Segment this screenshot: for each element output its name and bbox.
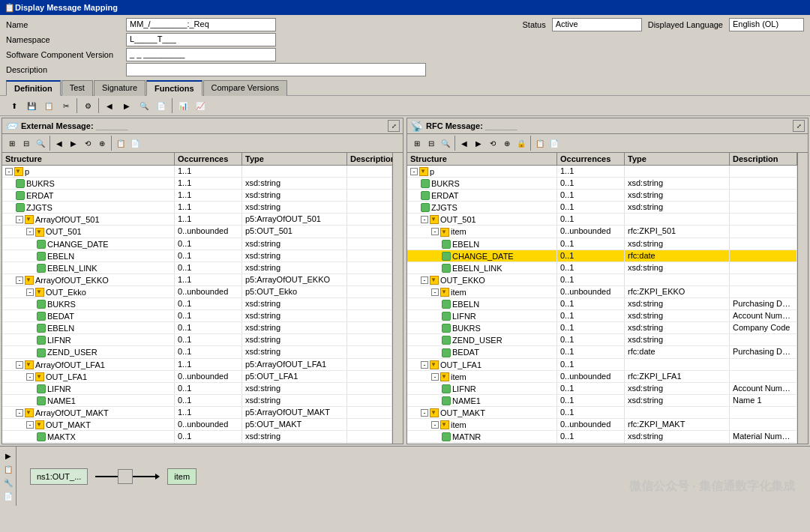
table-row[interactable]: EBELN 0..1 xsd:string bbox=[2, 322, 392, 334]
table-row[interactable]: -▼p 1..1 bbox=[2, 166, 392, 178]
right-tb-4[interactable]: ◀ bbox=[458, 136, 471, 150]
table-row[interactable]: -▼OUT_LFA1 0..1 bbox=[407, 359, 797, 371]
right-expand-btn[interactable]: ⤢ bbox=[793, 120, 805, 132]
toolbar-btn-4[interactable]: ✂ bbox=[58, 97, 74, 114]
table-row[interactable]: -▼item 0..unbounded rfc:ZKPI_EKKO bbox=[407, 286, 797, 298]
table-row[interactable]: BEDAT 0..1 xsd:string bbox=[2, 310, 392, 322]
right-tb-9[interactable]: 📋 bbox=[533, 136, 547, 150]
left-tb-1[interactable]: ⊞ bbox=[5, 136, 19, 150]
table-row[interactable]: MAKTX 0..1 xsd:string bbox=[2, 431, 392, 443]
table-row[interactable]: LIFNR 0..1 xsd:string Account Number of … bbox=[407, 310, 797, 322]
table-row[interactable]: MATNR 0..1 xsd:string bbox=[2, 443, 392, 444]
table-row[interactable]: -▼item 0..unbounded rfc:ZKPI_MAKT bbox=[407, 419, 797, 431]
table-row[interactable]: EBELN_LINK 0..1 xsd:string bbox=[2, 262, 392, 274]
table-row[interactable]: EBELN 0..1 xsd:string Purchasing Documen… bbox=[407, 298, 797, 310]
table-row[interactable]: LIFNR 0..1 xsd:string bbox=[2, 334, 392, 346]
table-row[interactable]: NAME1 0..1 xsd:string bbox=[2, 395, 392, 407]
table-row[interactable]: -▼OUT_501 0..unbounded p5:OUT_501 bbox=[2, 226, 392, 238]
toolbar-btn-5[interactable]: ⚙ bbox=[80, 97, 96, 114]
table-row[interactable]: -▼ArrayOfOUT_501 1..1 p5:ArrayOfOUT_501 bbox=[2, 214, 392, 226]
bottom-tb-1[interactable]: ▶ bbox=[2, 450, 15, 462]
tab-signature[interactable]: Signature bbox=[94, 80, 146, 96]
right-tb-6[interactable]: ⟲ bbox=[486, 136, 500, 150]
right-tb-10[interactable]: 📄 bbox=[548, 136, 561, 150]
left-tb-5[interactable]: ▶ bbox=[67, 136, 80, 150]
table-row[interactable]: ERDAT 1..1 xsd:string bbox=[2, 190, 392, 202]
tab-definition[interactable]: Definition bbox=[6, 80, 61, 96]
left-tb-3[interactable]: 🔍 bbox=[34, 136, 47, 150]
table-row[interactable]: -▼OUT_MAKT 0..unbounded p5:OUT_MAKT bbox=[2, 419, 392, 431]
left-panel-toolbar: ⊞ ⊟ 🔍 ◀ ▶ ⟲ ⊕ 📋 📄 bbox=[2, 134, 403, 153]
toolbar-btn-3[interactable]: 📋 bbox=[40, 97, 57, 114]
table-row[interactable]: ZJGTS 0..1 xsd:string bbox=[407, 202, 797, 214]
table-row[interactable]: BEDAT 0..1 rfc:date Purchasing Document … bbox=[407, 346, 797, 358]
tab-functions[interactable]: Functions bbox=[146, 80, 202, 96]
right-tb-3[interactable]: 🔍 bbox=[439, 136, 452, 150]
left-tb-4[interactable]: ◀ bbox=[52, 136, 66, 150]
left-expand-btn[interactable]: ⤢ bbox=[388, 120, 400, 132]
right-tree-table[interactable]: Structure Occurrences Type Description -… bbox=[407, 153, 797, 444]
table-row[interactable]: CHANGE_DATE 0..1 xsd:string bbox=[2, 238, 392, 250]
right-tb-7[interactable]: ⊕ bbox=[500, 136, 514, 150]
table-row[interactable]: -▼OUT_Ekko 0..unbounded p5:OUT_Ekko bbox=[2, 286, 392, 298]
table-row[interactable]: -▼ArrayOfOUT_EKKO 1..1 p5:ArrayOfOUT_EKK… bbox=[2, 274, 392, 286]
table-row[interactable]: -▼ArrayOfOUT_LFA1 1..1 p5:ArrayOfOUT_LFA… bbox=[2, 359, 392, 371]
table-row[interactable]: ZJGTS 1..1 xsd:string bbox=[2, 202, 392, 214]
left-tb-6[interactable]: ⟲ bbox=[81, 136, 94, 150]
table-row[interactable]: CHANGE_DATE 0..1 rfc:date bbox=[407, 250, 797, 262]
software-value: _ _ _________ bbox=[126, 48, 276, 61]
right-tb-1[interactable]: ⊞ bbox=[410, 136, 424, 150]
toolbar-btn-8[interactable]: 🔍 bbox=[136, 97, 152, 114]
toolbar-btn-9[interactable]: 📄 bbox=[153, 97, 170, 114]
table-row[interactable]: LIFNR 0..1 xsd:string bbox=[2, 383, 392, 395]
left-tb-8[interactable]: 📋 bbox=[114, 136, 128, 150]
tab-test[interactable]: Test bbox=[62, 80, 93, 96]
right-scrollbar[interactable] bbox=[797, 153, 808, 444]
right-tb-5[interactable]: ▶ bbox=[472, 136, 485, 150]
bottom-tb-3[interactable]: 🔧 bbox=[2, 477, 15, 489]
toolbar-btn-11[interactable]: 📈 bbox=[192, 97, 208, 114]
table-row[interactable]: LIFNR 0..1 xsd:string Account Number of … bbox=[407, 383, 797, 395]
left-scrollbar[interactable] bbox=[392, 153, 403, 444]
table-row[interactable]: MAKTX 0..1 xsd:string Material Descripti… bbox=[407, 443, 797, 444]
table-row[interactable]: -▼OUT_MAKT 0..1 bbox=[407, 407, 797, 419]
toolbar-btn-1[interactable]: ⬆ bbox=[6, 97, 22, 114]
left-tree-table[interactable]: Structure Occurrences Type Description -… bbox=[2, 153, 392, 444]
left-tb-9[interactable]: 📄 bbox=[128, 136, 142, 150]
right-tb-8[interactable]: 🔒 bbox=[514, 136, 528, 150]
table-row[interactable]: NAME1 0..1 xsd:string Name 1 bbox=[407, 395, 797, 407]
table-row[interactable]: BUKRS 0..1 xsd:string bbox=[2, 298, 392, 310]
cell-structure: ERDAT bbox=[407, 190, 557, 201]
left-tb-2[interactable]: ⊟ bbox=[20, 136, 33, 150]
table-row[interactable]: -▼p 1..1 bbox=[407, 166, 797, 178]
toolbar-btn-2[interactable]: 💾 bbox=[23, 97, 40, 114]
toolbar-btn-10[interactable]: 📊 bbox=[175, 97, 191, 114]
table-row[interactable]: -▼OUT_LFA1 0..unbounded p5:OUT_LFA1 bbox=[2, 371, 392, 383]
cell-structure: -▼OUT_EKKO bbox=[407, 274, 557, 285]
table-row[interactable]: -▼OUT_EKKO 0..1 bbox=[407, 274, 797, 286]
cell-occurrences: 1..1 bbox=[175, 202, 242, 213]
table-row[interactable]: -▼ArrayOfOUT_MAKT 1..1 p5:ArrayOfOUT_MAK… bbox=[2, 407, 392, 419]
table-row[interactable]: EBELN 0..1 xsd:string bbox=[2, 250, 392, 262]
bottom-tb-4[interactable]: 📄 bbox=[2, 491, 15, 503]
cell-description bbox=[730, 419, 797, 430]
table-row[interactable]: ZEND_USER 0..1 xsd:string bbox=[407, 334, 797, 346]
table-row[interactable]: ZEND_USER 0..1 xsd:string bbox=[2, 346, 392, 358]
table-row[interactable]: EBELN_LINK 0..1 xsd:string bbox=[407, 262, 797, 274]
tab-compare[interactable]: Compare Versions bbox=[203, 80, 288, 96]
table-row[interactable]: EBELN 0..1 xsd:string bbox=[407, 238, 797, 250]
table-row[interactable]: BUKRS 0..1 xsd:string bbox=[407, 178, 797, 190]
table-row[interactable]: BUKRS 1..1 xsd:string bbox=[2, 178, 392, 190]
toolbar-btn-7[interactable]: ▶ bbox=[118, 97, 135, 114]
table-row[interactable]: -▼item 0..unbounded rfc:ZKPI_LFA1 bbox=[407, 371, 797, 383]
description-value[interactable] bbox=[126, 63, 426, 76]
table-row[interactable]: ERDAT 0..1 xsd:string bbox=[407, 190, 797, 202]
toolbar-btn-6[interactable]: ◀ bbox=[101, 97, 118, 114]
table-row[interactable]: -▼OUT_501 0..1 bbox=[407, 214, 797, 226]
left-tb-7[interactable]: ⊕ bbox=[95, 136, 109, 150]
table-row[interactable]: MATNR 0..1 xsd:string Material Number bbox=[407, 431, 797, 443]
table-row[interactable]: BUKRS 0..1 xsd:string Company Code bbox=[407, 322, 797, 334]
bottom-tb-2[interactable]: 📋 bbox=[2, 463, 15, 475]
table-row[interactable]: -▼item 0..unbounded rfc:ZKPI_501 bbox=[407, 226, 797, 238]
right-tb-2[interactable]: ⊟ bbox=[424, 136, 438, 150]
